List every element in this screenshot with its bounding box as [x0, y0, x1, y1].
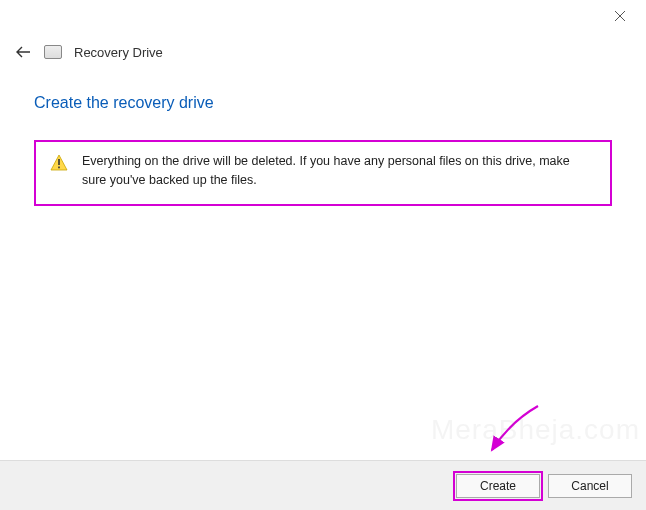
footer: Create Cancel: [0, 460, 646, 510]
back-arrow-icon: [15, 45, 31, 59]
content-area: Create the recovery drive Everything on …: [0, 66, 646, 206]
back-button[interactable]: [14, 43, 32, 61]
window-title: Recovery Drive: [74, 45, 163, 60]
svg-rect-4: [58, 167, 60, 169]
warning-icon: [50, 154, 68, 172]
warning-text: Everything on the drive will be deleted.…: [82, 152, 596, 190]
cancel-button[interactable]: Cancel: [548, 474, 632, 498]
watermark: MeraBheja.com: [431, 414, 640, 446]
close-icon: [614, 10, 626, 22]
header: Recovery Drive: [0, 32, 646, 66]
warning-box: Everything on the drive will be deleted.…: [34, 140, 612, 206]
drive-icon: [44, 45, 62, 59]
svg-rect-3: [58, 159, 60, 165]
page-heading: Create the recovery drive: [34, 94, 612, 112]
titlebar: [0, 0, 646, 32]
annotation-arrow: [480, 402, 550, 462]
close-button[interactable]: [602, 4, 638, 28]
create-button[interactable]: Create: [456, 474, 540, 498]
